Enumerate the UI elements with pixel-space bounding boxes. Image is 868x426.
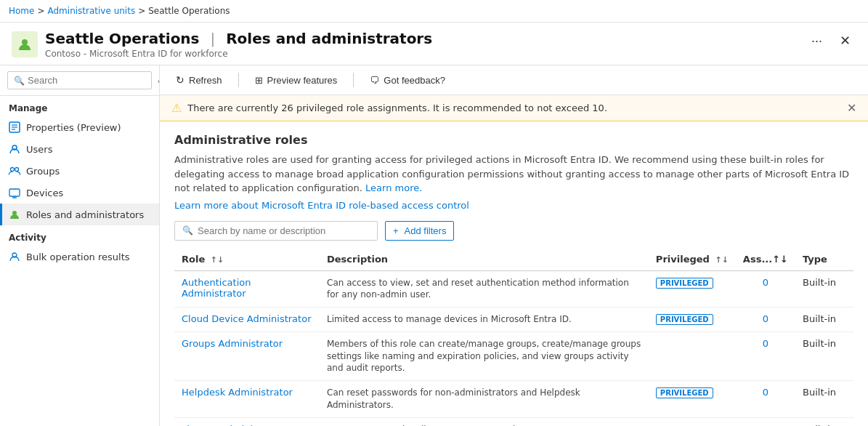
col-header-assignments[interactable]: Ass...↑↓ bbox=[736, 248, 795, 271]
more-options-button[interactable]: ··· bbox=[806, 31, 828, 52]
privileged-badge-1: PRIVILEGED bbox=[656, 314, 713, 325]
app-container: Home > Administrative units > Seattle Op… bbox=[0, 0, 868, 426]
cell-desc-1: Limited access to manage devices in Micr… bbox=[320, 308, 649, 332]
search-filter-row: 🔍 + Add filters bbox=[174, 221, 853, 241]
cell-desc-2: Members of this role can create/manage g… bbox=[320, 331, 649, 380]
sidebar-item-roles[interactable]: Roles and administrators bbox=[0, 204, 159, 225]
add-filters-label: Add filters bbox=[405, 225, 447, 236]
role-link-3[interactable]: Helpdesk Administrator bbox=[182, 387, 293, 398]
sidebar-item-users[interactable]: Users bbox=[0, 138, 159, 160]
role-link-0[interactable]: Authentication Administrator bbox=[182, 277, 251, 299]
add-filters-button[interactable]: + Add filters bbox=[385, 221, 454, 241]
cell-assignments-3: 0 bbox=[736, 381, 795, 418]
alert-close-button[interactable]: ✕ bbox=[847, 101, 856, 115]
cell-desc-0: Can access to view, set and reset authen… bbox=[320, 270, 649, 308]
close-button[interactable]: ✕ bbox=[834, 30, 856, 52]
table-search-input[interactable] bbox=[198, 225, 370, 236]
cell-type-0: Built-in bbox=[795, 270, 853, 308]
properties-label: Properties (Preview) bbox=[26, 122, 121, 133]
header-subtitle: Contoso - Microsoft Entra ID for workfor… bbox=[45, 49, 432, 59]
toolbar-sep1 bbox=[238, 73, 239, 87]
cell-assignments-0: 0 bbox=[736, 270, 795, 308]
users-icon bbox=[9, 143, 20, 155]
feedback-button[interactable]: 🗨 Got feedback? bbox=[365, 72, 450, 89]
sidebar-collapse-button[interactable]: « bbox=[155, 73, 160, 88]
svg-point-7 bbox=[11, 168, 15, 172]
privileged-badge-3: PRIVILEGED bbox=[656, 387, 713, 398]
toolbar: ↻ Refresh ⊞ Preview features 🗨 Got feedb… bbox=[160, 65, 868, 95]
breadcrumb-admin-units[interactable]: Administrative units bbox=[48, 6, 136, 16]
cell-type-4: Built-in bbox=[795, 417, 853, 426]
alert-banner: ⚠ There are currently 26 privileged role… bbox=[160, 95, 868, 121]
feedback-icon: 🗨 bbox=[370, 75, 379, 86]
devices-label: Devices bbox=[26, 188, 63, 198]
learn-more-inline-link[interactable]: Learn more. bbox=[365, 182, 422, 193]
role-link-1[interactable]: Cloud Device Administrator bbox=[182, 313, 311, 324]
cell-type-2: Built-in bbox=[795, 331, 853, 380]
activity-section-label: Activity bbox=[0, 225, 159, 246]
sidebar-item-devices[interactable]: Devices bbox=[0, 182, 159, 204]
cell-privileged-1: PRIVILEGED bbox=[649, 308, 736, 332]
table-row: Authentication Administrator Can access … bbox=[174, 270, 853, 308]
cell-privileged-4 bbox=[649, 417, 736, 426]
cell-type-1: Built-in bbox=[795, 308, 853, 332]
cell-type-3: Built-in bbox=[795, 381, 853, 418]
alert-message: There are currently 26 privileged role a… bbox=[187, 103, 607, 113]
alert-content: ⚠ There are currently 26 privileged role… bbox=[171, 101, 607, 115]
org-icon bbox=[12, 31, 38, 57]
cell-role-1: Cloud Device Administrator bbox=[174, 308, 320, 332]
bulk-icon bbox=[9, 251, 20, 262]
section-desc: Administrative roles are used for granti… bbox=[174, 153, 853, 196]
title-separator: | bbox=[210, 30, 215, 47]
sidebar-item-bulk[interactable]: Bulk operation results bbox=[0, 246, 159, 268]
assignments-link-1[interactable]: 0 bbox=[763, 313, 768, 324]
breadcrumb-home[interactable]: Home bbox=[9, 6, 34, 16]
sidebar-item-groups[interactable]: Groups bbox=[0, 160, 159, 182]
header-title-area: Seattle Operations | Roles and administr… bbox=[45, 30, 432, 59]
col-header-privileged[interactable]: Privileged ↑↓ bbox=[649, 248, 736, 271]
users-label: Users bbox=[26, 144, 52, 155]
privileged-sort-icon: ↑↓ bbox=[715, 255, 728, 265]
roles-label: Roles and administrators bbox=[26, 209, 144, 220]
svg-rect-9 bbox=[9, 189, 20, 196]
refresh-icon: ↻ bbox=[176, 74, 184, 86]
header-left: Seattle Operations | Roles and administr… bbox=[12, 30, 432, 59]
col-header-type: Type bbox=[795, 248, 853, 271]
cell-role-2: Groups Administrator bbox=[174, 331, 320, 380]
table-search-icon: 🔍 bbox=[182, 225, 193, 236]
assignments-link-2[interactable]: 0 bbox=[763, 338, 768, 349]
cell-role-0: Authentication Administrator bbox=[174, 270, 320, 308]
sidebar-item-properties[interactable]: Properties (Preview) bbox=[0, 116, 159, 138]
content-area: ↻ Refresh ⊞ Preview features 🗨 Got feedb… bbox=[160, 65, 868, 426]
toolbar-sep2 bbox=[353, 73, 354, 87]
content-scroll: Administrative roles Administrative role… bbox=[160, 121, 868, 426]
table-body: Authentication Administrator Can access … bbox=[174, 270, 853, 426]
header-actions: ··· ✕ bbox=[806, 30, 856, 52]
table-row: Groups Administrator Members of this rol… bbox=[174, 331, 853, 380]
assignments-link-0[interactable]: 0 bbox=[763, 277, 768, 288]
refresh-button[interactable]: ↻ Refresh bbox=[171, 71, 227, 89]
feedback-label: Got feedback? bbox=[384, 75, 445, 86]
breadcrumb-sep2: > bbox=[138, 6, 145, 16]
breadcrumb-current: Seattle Operations bbox=[148, 6, 230, 16]
sidebar: 🔍 « Manage Properties (Preview) Users bbox=[0, 65, 160, 426]
table-header-row: Role ↑↓ Description Privileged ↑↓ Ass...… bbox=[174, 248, 853, 271]
sidebar-search-area: 🔍 « bbox=[0, 65, 159, 96]
alert-icon: ⚠ bbox=[171, 101, 182, 115]
properties-icon bbox=[9, 121, 20, 133]
preview-features-button[interactable]: ⊞ Preview features bbox=[251, 72, 342, 89]
learn-more-link[interactable]: Learn more about Microsoft Entra ID role… bbox=[174, 200, 469, 211]
role-link-2[interactable]: Groups Administrator bbox=[182, 338, 283, 349]
bulk-label: Bulk operation results bbox=[26, 252, 130, 262]
cell-role-3: Helpdesk Administrator bbox=[174, 381, 320, 418]
preview-label: Preview features bbox=[267, 75, 338, 86]
svg-point-8 bbox=[15, 168, 19, 172]
manage-section-label: Manage bbox=[0, 96, 159, 116]
table-search-wrapper: 🔍 bbox=[174, 221, 378, 241]
sidebar-search-input[interactable] bbox=[28, 75, 150, 86]
assignments-link-3[interactable]: 0 bbox=[763, 387, 768, 398]
page-title: Seattle Operations | Roles and administr… bbox=[45, 30, 432, 47]
table-row: License Administrator Can manage product… bbox=[174, 417, 853, 426]
col-header-role[interactable]: Role ↑↓ bbox=[174, 248, 320, 271]
page-header: Seattle Operations | Roles and administr… bbox=[0, 23, 868, 65]
